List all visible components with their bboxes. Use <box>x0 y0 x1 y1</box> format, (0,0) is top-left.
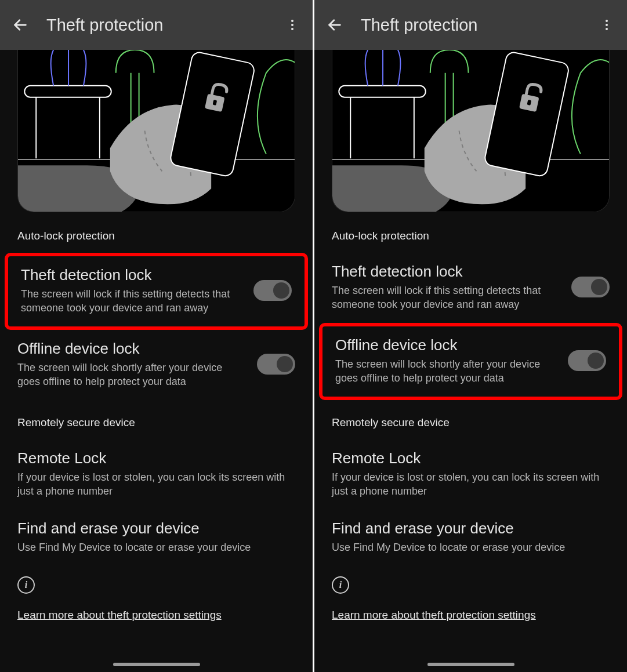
app-bar: Theft protection <box>314 0 627 50</box>
svg-point-3 <box>291 28 293 30</box>
svg-point-2 <box>291 24 293 26</box>
item-title: Remote Lock <box>17 449 295 468</box>
theft-detection-lock-item[interactable]: Theft detection lock The screen will loc… <box>314 253 627 323</box>
item-desc: The screen will lock shortly after your … <box>17 361 248 389</box>
page-title: Theft protection <box>361 16 595 35</box>
section-header-autolock: Auto-lock protection <box>314 224 627 253</box>
app-bar: Theft protection <box>0 0 313 50</box>
hero-illustration <box>17 50 295 212</box>
item-desc: Use Find My Device to locate or erase yo… <box>17 540 295 554</box>
more-vert-icon[interactable] <box>595 13 619 37</box>
page-title: Theft protection <box>46 16 280 35</box>
toggle-switch[interactable] <box>571 277 610 297</box>
section-header-autolock: Auto-lock protection <box>0 224 313 253</box>
offline-device-lock-item[interactable]: Offline device lock The screen will lock… <box>319 323 622 400</box>
item-desc: If your device is lost or stolen, you ca… <box>332 470 610 499</box>
item-title: Find and erase your device <box>332 519 610 538</box>
info-icon[interactable]: i <box>17 576 35 594</box>
item-desc: The screen will lock if this setting det… <box>21 287 244 315</box>
toggle-switch[interactable] <box>257 354 295 375</box>
item-title: Theft detection lock <box>332 262 562 281</box>
section-header-remote: Remotely secure device <box>0 400 313 439</box>
remote-lock-item[interactable]: Remote Lock If your device is lost or st… <box>0 439 313 510</box>
svg-point-17 <box>606 24 608 26</box>
more-vert-icon[interactable] <box>280 13 305 37</box>
section-header-remote: Remotely secure device <box>314 400 627 439</box>
svg-point-16 <box>606 20 608 22</box>
info-icon[interactable]: i <box>332 576 349 594</box>
item-desc: If your device is lost or stolen, you ca… <box>17 470 295 499</box>
item-title: Offline device lock <box>335 336 559 355</box>
learn-more-link[interactable]: Learn more about theft protection settin… <box>0 598 313 632</box>
find-erase-item[interactable]: Find and erase your device Use Find My D… <box>314 510 627 566</box>
item-desc: The screen will lock shortly after your … <box>335 357 559 386</box>
toggle-switch[interactable] <box>568 350 606 371</box>
offline-device-lock-item[interactable]: Offline device lock The screen will lock… <box>0 330 313 400</box>
hero-illustration <box>332 50 610 212</box>
theft-detection-lock-item[interactable]: Theft detection lock The screen will loc… <box>5 253 308 330</box>
nav-home-bar[interactable] <box>427 663 514 666</box>
back-arrow-icon[interactable] <box>322 13 347 37</box>
svg-point-18 <box>606 28 608 30</box>
item-title: Offline device lock <box>17 339 248 358</box>
find-erase-item[interactable]: Find and erase your device Use Find My D… <box>0 510 313 566</box>
remote-lock-item[interactable]: Remote Lock If your device is lost or st… <box>314 439 627 510</box>
svg-point-1 <box>291 20 293 22</box>
item-desc: Use Find My Device to locate or erase yo… <box>332 540 610 554</box>
info-icon-row: i <box>0 566 313 598</box>
toggle-switch[interactable] <box>253 280 292 301</box>
item-title: Theft detection lock <box>21 266 244 285</box>
item-title: Remote Lock <box>332 449 610 468</box>
nav-home-bar[interactable] <box>113 663 200 666</box>
info-icon-row: i <box>314 566 627 598</box>
learn-more-link[interactable]: Learn more about theft protection settin… <box>314 598 627 632</box>
item-desc: The screen will lock if this setting det… <box>332 284 562 312</box>
back-arrow-icon[interactable] <box>8 13 32 37</box>
item-title: Find and erase your device <box>17 519 295 538</box>
